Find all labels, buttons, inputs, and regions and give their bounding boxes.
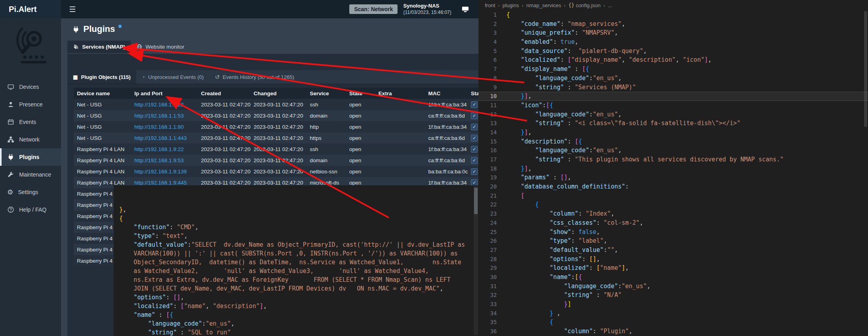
editor-scrollbar-thumb[interactable]	[864, 11, 867, 127]
host-timestamp: (11/03/2023, 15:46:07)	[403, 10, 451, 16]
sidebar-item-settings[interactable]: ⚙Settings	[0, 183, 61, 201]
editor-line: 28 "options": [],	[478, 255, 868, 264]
line-number: 6	[478, 55, 502, 65]
column-header[interactable]: Changed	[250, 90, 307, 96]
ip-port-link[interactable]: http://192.168.1.9:445	[134, 180, 187, 186]
line-content: "language_code":"en_us",	[502, 74, 868, 83]
column-header[interactable]: Status	[468, 90, 478, 96]
scan-status-badge: Scan: Network	[349, 4, 398, 14]
ip-port-link[interactable]: http://192.168.1.1:22	[134, 102, 184, 108]
line-content: "language_code":"en_us",	[502, 282, 868, 291]
column-header[interactable]: Service	[307, 90, 346, 96]
breadcrumb-item[interactable]: nmap_services	[526, 2, 561, 8]
sidebar-item-help-faq[interactable]: Help / FAQ	[0, 201, 61, 218]
line-content: "name":[{	[502, 273, 868, 282]
sidebar-item-presence[interactable]: Presence	[0, 96, 61, 113]
sidebar-item-maintenance[interactable]: Maintenance	[0, 166, 61, 183]
ip-port-cell: http://192.168.1.1:80	[131, 124, 198, 130]
panel-code-line: },	[119, 205, 473, 214]
service-cell: domain	[307, 113, 346, 119]
row-checkbox[interactable]: ✓	[471, 135, 478, 141]
breadcrumb-item[interactable]: {}config.json	[569, 2, 601, 8]
sidebar-item-label: Network	[19, 136, 39, 143]
breadcrumb-item[interactable]: plugins	[502, 2, 519, 8]
network-icon	[7, 136, 14, 143]
status-cell: ✓	[468, 157, 478, 164]
line-number: 1	[478, 10, 502, 20]
code-editor[interactable]: front›plugins›nmap_services›{}config.jso…	[478, 0, 868, 336]
editor-line: 32 "string" : "N/A"	[478, 291, 868, 300]
line-content: "default_value":"",	[502, 246, 868, 255]
device-monitor-icon[interactable]	[461, 6, 470, 13]
row-checkbox[interactable]: ✓	[471, 168, 478, 175]
sidebar-item-devices[interactable]: Devices	[0, 78, 61, 96]
editor-line: 29 "localized": ["name"],	[478, 263, 868, 273]
column-header[interactable]: Created	[198, 90, 250, 96]
line-content: "column": "Plugin",	[502, 327, 868, 336]
editor-code-area[interactable]: 1{2 "code_name": "nmap_services",3 "uniq…	[478, 10, 868, 336]
ip-port-link[interactable]: http://192.168.1.9:22	[134, 146, 184, 152]
line-content: {	[502, 10, 868, 20]
column-header[interactable]: Device name	[74, 90, 131, 96]
ip-port-link[interactable]: http://192.168.1.9:139	[134, 169, 187, 175]
column-header[interactable]: MAC	[425, 90, 468, 96]
sidebar-item-plugins[interactable]: Plugins	[0, 148, 61, 166]
tab-label: Services (NMAP)	[82, 44, 125, 50]
line-content: "icon":[{	[502, 101, 868, 110]
sidebar-item-network[interactable]: Network	[0, 131, 61, 148]
table-row: Net - USGhttp://192.168.1.1:4432023-03-1…	[74, 132, 478, 143]
row-checkbox[interactable]: ✓	[471, 112, 478, 119]
ip-port-link[interactable]: http://192.168.1.1:53	[134, 113, 184, 119]
line-number: 15	[478, 137, 502, 146]
subtab-events-history-50-out-of-1265[interactable]: ↺Events History (50 out of 1265)	[209, 70, 300, 84]
breadcrumb-item[interactable]: ...	[608, 2, 612, 8]
editor-line: 36 "column": "Plugin",	[478, 327, 868, 336]
row-checkbox[interactable]: ✓	[471, 124, 478, 130]
editor-scrollbar[interactable]	[863, 10, 868, 336]
panel-code-line: "default_value":"SELECT dv.dev_Name as O…	[119, 240, 473, 249]
row-checkbox[interactable]: ✓	[471, 157, 478, 164]
ip-port-link[interactable]: http://192.168.1.1:443	[134, 135, 187, 141]
ip-port-cell: http://192.168.1.1:53	[131, 113, 198, 119]
ip-port-link[interactable]: http://192.168.1.1:80	[134, 124, 184, 130]
column-header[interactable]: State	[346, 90, 375, 96]
breadcrumb-item[interactable]: front	[485, 2, 495, 8]
panel-code-line: "localized": ["name", "description"],	[119, 302, 473, 310]
menu-toggle-icon[interactable]: ☰	[69, 5, 76, 14]
status-cell: ✓	[468, 112, 478, 119]
subtab-unprocessed-events-0[interactable]: ◔Unprocessed Events (0)	[136, 70, 209, 84]
ip-port-link[interactable]: http://192.168.1.9:53	[134, 157, 184, 163]
row-checkbox[interactable]: ✓	[471, 101, 478, 108]
line-content: "localized": ["name"],	[502, 263, 868, 273]
service-cell: ssh	[307, 102, 346, 108]
editor-line: 25 "show": false,	[478, 228, 868, 237]
plugins-info-badge[interactable]	[118, 25, 122, 28]
editor-line: 24 "css_classes": "col-sm-2",	[478, 218, 868, 228]
editor-line: 17 "string" : "This plugin shows all ser…	[478, 155, 868, 164]
line-number: 16	[478, 146, 502, 155]
plugin-subtabs: ▦Plugin Objects (115)◔Unprocessed Events…	[67, 70, 478, 84]
table-header-row: Device nameIp and PortCreatedChangedServ…	[74, 88, 478, 99]
line-number: 30	[478, 273, 502, 282]
column-header[interactable]: Ip and Port	[131, 90, 198, 96]
panel-code-line: "name" : [{	[119, 310, 473, 319]
sidebar-item-label: Help / FAQ	[19, 206, 46, 213]
tab-website-monitor[interactable]: Website monitor	[131, 41, 190, 53]
editor-line: 22 {	[478, 200, 868, 209]
tab-label: Website monitor	[146, 44, 184, 50]
line-content: "display_name" : [{	[502, 65, 868, 74]
column-header[interactable]: Extra	[375, 90, 425, 96]
created-cell: 2023-03-11 02:47:20	[198, 169, 250, 175]
panel-scrollbar-thumb[interactable]	[474, 188, 478, 214]
panel-scrollbar[interactable]	[474, 186, 478, 335]
tab-services-nmap[interactable]: Services (NMAP)	[67, 41, 131, 53]
line-number: 20	[478, 182, 502, 191]
mac-cell: ca:ff:ff:ca:ba:6d	[425, 113, 468, 119]
sidebar-item-events[interactable]: Events	[0, 113, 61, 131]
row-checkbox[interactable]: ✓	[471, 146, 478, 153]
sql-config-panel[interactable]: },{ "function": "CMD", "type": "text", "…	[114, 185, 478, 336]
mac-cell: 1f:ba:ff:ca:ba:34	[425, 180, 468, 186]
row-checkbox[interactable]: ✓	[471, 179, 478, 186]
subtab-plugin-objects-115[interactable]: ▦Plugin Objects (115)	[67, 70, 136, 84]
editor-line: 33 }]	[478, 300, 868, 309]
